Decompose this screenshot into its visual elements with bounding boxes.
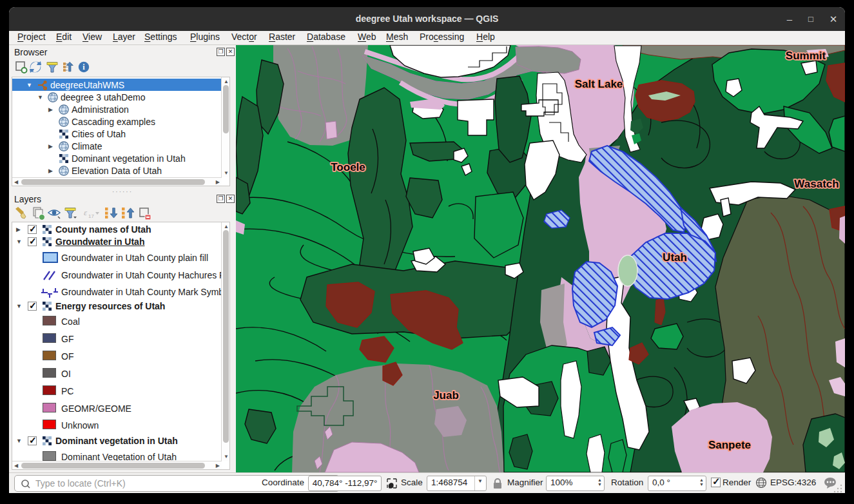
svg-text:Summit: Summit: [786, 50, 826, 62]
svg-text:Salt Lake: Salt Lake: [575, 78, 623, 90]
svg-text:17: 17: [88, 213, 94, 219]
svg-text:ε: ε: [84, 208, 88, 217]
svg-text:Juab: Juab: [433, 389, 459, 402]
svg-text:Utah: Utah: [663, 251, 687, 264]
svg-text:Sanpete: Sanpete: [708, 439, 751, 451]
svg-text:Tooele: Tooele: [331, 161, 365, 173]
svg-text:Wasatch: Wasatch: [794, 178, 839, 190]
